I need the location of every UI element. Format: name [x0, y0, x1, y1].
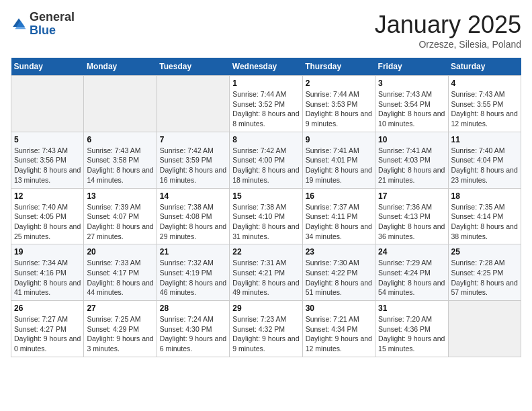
day-info: Sunrise: 7:40 AM Sunset: 4:05 PM Dayligh… — [14, 202, 81, 242]
day-info: Sunrise: 7:42 AM Sunset: 3:59 PM Dayligh… — [160, 146, 226, 185]
day-info: Sunrise: 7:35 AM Sunset: 4:14 PM Dayligh… — [451, 202, 518, 242]
weekday-header-wednesday: Wednesday — [230, 58, 302, 76]
day-info: Sunrise: 7:38 AM Sunset: 4:08 PM Dayligh… — [160, 202, 226, 242]
day-number: 23 — [306, 247, 372, 257]
location-subtitle: Orzesze, Silesia, Poland — [375, 39, 521, 50]
calendar-cell: 27Sunrise: 7:25 AM Sunset: 4:29 PM Dayli… — [84, 301, 157, 357]
calendar-cell: 24Sunrise: 7:29 AM Sunset: 4:24 PM Dayli… — [375, 244, 448, 301]
month-title: January 2025 — [375, 11, 521, 39]
day-number: 13 — [87, 191, 153, 201]
calendar-cell: 2Sunrise: 7:44 AM Sunset: 3:53 PM Daylig… — [302, 76, 375, 132]
calendar-row-3: 19Sunrise: 7:34 AM Sunset: 4:16 PM Dayli… — [11, 244, 521, 301]
day-info: Sunrise: 7:40 AM Sunset: 4:04 PM Dayligh… — [451, 146, 518, 185]
day-info: Sunrise: 7:30 AM Sunset: 4:22 PM Dayligh… — [306, 258, 372, 298]
calendar-table: SundayMondayTuesdayWednesdayThursdayFrid… — [11, 58, 521, 357]
day-number: 11 — [451, 135, 518, 144]
day-info: Sunrise: 7:43 AM Sunset: 3:55 PM Dayligh… — [451, 89, 518, 129]
day-info: Sunrise: 7:43 AM Sunset: 3:58 PM Dayligh… — [87, 146, 153, 185]
calendar-cell: 5Sunrise: 7:43 AM Sunset: 3:56 PM Daylig… — [11, 132, 84, 188]
calendar-cell: 11Sunrise: 7:40 AM Sunset: 4:04 PM Dayli… — [448, 132, 521, 188]
day-number: 22 — [232, 247, 299, 257]
day-number: 31 — [378, 304, 445, 313]
calendar-cell: 6Sunrise: 7:43 AM Sunset: 3:58 PM Daylig… — [84, 132, 157, 188]
calendar-cell: 26Sunrise: 7:27 AM Sunset: 4:27 PM Dayli… — [11, 301, 84, 357]
day-info: Sunrise: 7:39 AM Sunset: 4:07 PM Dayligh… — [87, 202, 153, 242]
day-info: Sunrise: 7:31 AM Sunset: 4:21 PM Dayligh… — [232, 258, 299, 298]
day-number: 8 — [232, 135, 299, 144]
day-number: 24 — [378, 247, 445, 257]
day-info: Sunrise: 7:41 AM Sunset: 4:03 PM Dayligh… — [378, 146, 445, 185]
logo-general-text: General — [30, 10, 75, 24]
weekday-header-row: SundayMondayTuesdayWednesdayThursdayFrid… — [11, 58, 521, 76]
weekday-header-friday: Friday — [375, 58, 448, 76]
day-info: Sunrise: 7:23 AM Sunset: 4:32 PM Dayligh… — [232, 314, 299, 354]
day-number: 12 — [14, 191, 81, 201]
day-number: 29 — [232, 304, 299, 313]
day-number: 15 — [232, 191, 299, 201]
calendar-row-1: 5Sunrise: 7:43 AM Sunset: 3:56 PM Daylig… — [11, 132, 521, 188]
calendar-cell: 16Sunrise: 7:37 AM Sunset: 4:11 PM Dayli… — [302, 188, 375, 244]
day-number: 26 — [14, 304, 81, 313]
logo-blue-text: Blue — [30, 24, 56, 37]
day-number: 3 — [378, 79, 445, 88]
day-info: Sunrise: 7:34 AM Sunset: 4:16 PM Dayligh… — [14, 258, 81, 298]
weekday-header-monday: Monday — [84, 58, 157, 76]
calendar-cell: 13Sunrise: 7:39 AM Sunset: 4:07 PM Dayli… — [84, 188, 157, 244]
day-info: Sunrise: 7:24 AM Sunset: 4:30 PM Dayligh… — [160, 314, 226, 354]
calendar-cell: 20Sunrise: 7:33 AM Sunset: 4:17 PM Dayli… — [84, 244, 157, 301]
day-number: 25 — [451, 247, 518, 257]
calendar-cell — [11, 76, 84, 132]
day-number: 9 — [306, 135, 372, 144]
calendar-cell: 8Sunrise: 7:42 AM Sunset: 4:00 PM Daylig… — [230, 132, 302, 188]
calendar-cell: 30Sunrise: 7:21 AM Sunset: 4:34 PM Dayli… — [302, 301, 375, 357]
day-number: 18 — [451, 191, 518, 201]
day-number: 28 — [160, 304, 226, 313]
calendar-cell — [84, 76, 157, 132]
calendar-cell: 10Sunrise: 7:41 AM Sunset: 4:03 PM Dayli… — [375, 132, 448, 188]
logo: General Blue — [11, 11, 75, 38]
day-info: Sunrise: 7:37 AM Sunset: 4:11 PM Dayligh… — [306, 202, 372, 242]
calendar-cell: 28Sunrise: 7:24 AM Sunset: 4:30 PM Dayli… — [157, 301, 229, 357]
calendar-cell: 9Sunrise: 7:41 AM Sunset: 4:01 PM Daylig… — [302, 132, 375, 188]
day-number: 5 — [14, 135, 81, 144]
calendar-row-0: 1Sunrise: 7:44 AM Sunset: 3:52 PM Daylig… — [11, 76, 521, 132]
day-info: Sunrise: 7:42 AM Sunset: 4:00 PM Dayligh… — [232, 146, 299, 185]
day-info: Sunrise: 7:32 AM Sunset: 4:19 PM Dayligh… — [160, 258, 226, 298]
title-area: January 2025 Orzesze, Silesia, Poland — [375, 11, 521, 50]
weekday-header-saturday: Saturday — [448, 58, 521, 76]
calendar-cell: 18Sunrise: 7:35 AM Sunset: 4:14 PM Dayli… — [448, 188, 521, 244]
day-info: Sunrise: 7:33 AM Sunset: 4:17 PM Dayligh… — [87, 258, 153, 298]
calendar-cell — [448, 301, 521, 357]
day-number: 6 — [87, 135, 153, 144]
calendar-cell: 25Sunrise: 7:28 AM Sunset: 4:25 PM Dayli… — [448, 244, 521, 301]
day-info: Sunrise: 7:20 AM Sunset: 4:36 PM Dayligh… — [378, 314, 445, 354]
day-info: Sunrise: 7:21 AM Sunset: 4:34 PM Dayligh… — [306, 314, 372, 354]
calendar-cell: 14Sunrise: 7:38 AM Sunset: 4:08 PM Dayli… — [157, 188, 229, 244]
calendar-cell: 21Sunrise: 7:32 AM Sunset: 4:19 PM Dayli… — [157, 244, 229, 301]
day-info: Sunrise: 7:27 AM Sunset: 4:27 PM Dayligh… — [14, 314, 81, 354]
day-info: Sunrise: 7:43 AM Sunset: 3:56 PM Dayligh… — [14, 146, 81, 185]
calendar-cell — [157, 76, 229, 132]
day-number: 27 — [87, 304, 153, 313]
calendar-row-2: 12Sunrise: 7:40 AM Sunset: 4:05 PM Dayli… — [11, 188, 521, 244]
day-number: 10 — [378, 135, 445, 144]
day-number: 19 — [14, 247, 81, 257]
day-number: 16 — [306, 191, 372, 201]
calendar-cell: 12Sunrise: 7:40 AM Sunset: 4:05 PM Dayli… — [11, 188, 84, 244]
day-number: 14 — [160, 191, 226, 201]
calendar-cell: 3Sunrise: 7:43 AM Sunset: 3:54 PM Daylig… — [375, 76, 448, 132]
day-info: Sunrise: 7:43 AM Sunset: 3:54 PM Dayligh… — [378, 89, 445, 129]
day-number: 17 — [378, 191, 445, 201]
calendar-cell: 7Sunrise: 7:42 AM Sunset: 3:59 PM Daylig… — [157, 132, 229, 188]
day-number: 2 — [306, 79, 372, 88]
weekday-header-sunday: Sunday — [11, 58, 84, 76]
day-number: 7 — [160, 135, 226, 144]
day-info: Sunrise: 7:29 AM Sunset: 4:24 PM Dayligh… — [378, 258, 445, 298]
calendar-cell: 4Sunrise: 7:43 AM Sunset: 3:55 PM Daylig… — [448, 76, 521, 132]
day-info: Sunrise: 7:44 AM Sunset: 3:52 PM Dayligh… — [232, 89, 299, 129]
calendar-cell: 22Sunrise: 7:31 AM Sunset: 4:21 PM Dayli… — [230, 244, 302, 301]
header: General Blue January 2025 Orzesze, Siles… — [11, 11, 521, 50]
calendar-cell: 23Sunrise: 7:30 AM Sunset: 4:22 PM Dayli… — [302, 244, 375, 301]
calendar-cell: 31Sunrise: 7:20 AM Sunset: 4:36 PM Dayli… — [375, 301, 448, 357]
weekday-header-thursday: Thursday — [302, 58, 375, 76]
